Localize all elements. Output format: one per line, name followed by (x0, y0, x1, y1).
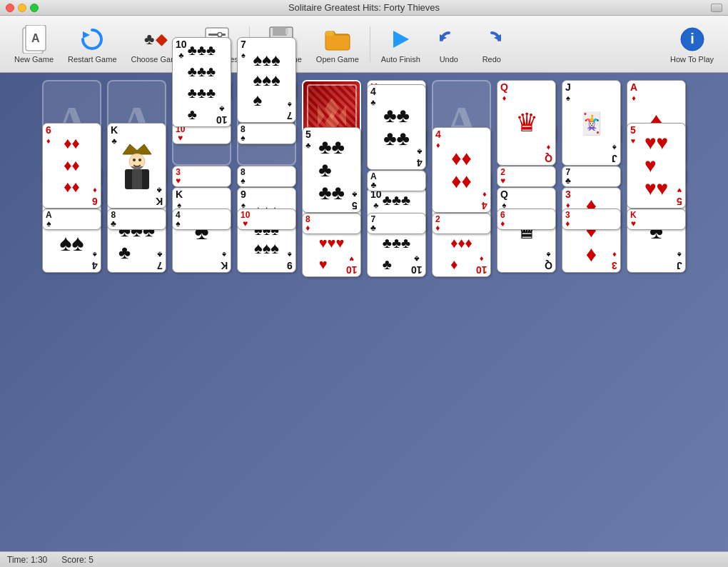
score-display: Score: 5 (61, 555, 93, 565)
card-8s-2[interactable]: 8♠ (237, 123, 296, 144)
undo-button[interactable]: Undo (428, 22, 470, 66)
card-3h[interactable]: 3♥ (172, 166, 231, 187)
redo-icon (477, 25, 506, 54)
svg-rect-14 (273, 27, 287, 36)
card-2h[interactable]: 2♥ (497, 166, 556, 187)
redo-button[interactable]: Redo (470, 22, 513, 66)
auto-finish-icon (386, 25, 415, 54)
toolbar-separator-2 (370, 26, 370, 62)
svg-rect-17 (325, 34, 350, 50)
tableau-col-6[interactable]: 10♣ ♣♣♣♣♣♣♣♣♣♣ 10♣ 7♣ A♣ 4♣ 4♣ ♣♣♣♣ 4♣ (367, 187, 426, 544)
svg-rect-7 (208, 34, 226, 36)
card-7c-2[interactable]: 7♣ (367, 213, 426, 234)
card-10c[interactable]: 10♣ ♣♣♣♣♣♣♣♣♣♣ 10♣ (172, 37, 231, 127)
undo-label: Undo (440, 55, 458, 64)
card-6d-2[interactable]: 6♦ (497, 209, 556, 230)
card-qs[interactable]: Q♠ ♛ Q♠ (497, 187, 556, 273)
time-display: Time: 1:30 (7, 555, 47, 565)
how-to-play-label: How To Play (670, 55, 714, 64)
svg-text:i: i (690, 31, 694, 46)
svg-text:A: A (31, 32, 40, 44)
tableau-col-7[interactable]: 10♦ ♦♦♦♦♦♦♦♦♦♦ 10♦ 2♦ 4♦ 4♦ ♦♦♦♦ 4♦ (432, 187, 491, 544)
card-kc[interactable]: K♣ K♣ (107, 123, 166, 209)
svg-text:◆: ◆ (156, 30, 168, 48)
tableau-row: 4♠ ♠♠♠♠ 4♠ A♠ 9♦ 6♦ ♦♦♦♦♦♦ 6♦ 7♣ ♣♣♣♣♣♣♣… (7, 187, 721, 544)
how-to-play-icon: i (678, 25, 707, 54)
undo-icon (435, 25, 463, 54)
how-to-play-button[interactable]: i How To Play (663, 22, 721, 66)
card-4c-2[interactable]: 4♣ ♣♣♣♣ 4♣ (367, 84, 426, 170)
tableau-col-9[interactable]: 3♦ ♦♦♦ 3♦ 3♦ 7♣ Q♠ J♠ 🃏 J♠ (562, 187, 621, 544)
auto-finish-label: Auto Finish (381, 55, 420, 64)
window-resize-button[interactable] (711, 4, 722, 12)
svg-rect-42 (132, 169, 142, 189)
window-title: Solitaire Greatest Hits: Forty Thieves (288, 2, 440, 13)
svg-marker-29 (339, 105, 346, 126)
tableau-col-1[interactable]: 4♠ ♠♠♠♠ 4♠ A♠ 9♦ 6♦ ♦♦♦♦♦♦ 6♦ (42, 187, 101, 544)
tableau-col-5[interactable]: 10♥ ♥♥♥♥♥♥♥♥♥♥ 10♥ 8♦ 5♣ 5♣ ♣♣♣♣♣ 5♣ (302, 187, 361, 544)
auto-finish-button[interactable]: Auto Finish (374, 22, 428, 66)
new-game-label: New Game (14, 55, 54, 64)
new-game-icon: A (20, 25, 49, 54)
tableau-col-10[interactable]: J♠ ♠ J♠ K♥ 5♥ 5♥ ♥♥♥♥♥ 5♥ (627, 187, 686, 544)
tableau-col-4[interactable]: 9♠ ♠♠♠♠♠♠♠♠♠ 9♠ 10♥ 8♠ 8♠ 7♠ 7♠ ♠♠♠♠♠♠♠ … (237, 187, 296, 544)
card-7s-2[interactable]: 7♠ ♠♠♠♠♠♠♠ 7♠ (237, 37, 296, 123)
restart-game-button[interactable]: Restart Game (61, 22, 123, 66)
svg-marker-39 (123, 144, 151, 154)
card-js[interactable]: J♠ 🃏 J♠ (562, 80, 621, 166)
tableau-col-8[interactable]: Q♠ ♛ Q♠ 6♦ 2♥ Q♦ Q♦ ♛ Q♦ (497, 187, 556, 544)
card-qd-2[interactable]: Q♦ ♛ Q♦ (497, 80, 556, 166)
toolbar: A New Game Restart Game ♣ ◆ Choose Game (0, 16, 728, 73)
traffic-lights[interactable] (6, 4, 39, 12)
card-as[interactable]: A♠ (42, 209, 101, 230)
tableau-col-3[interactable]: K♠ ♠ K♠ 4♠ 3♥ 10♥ 10♥ 10♣ ♣♣♣♣♣♣♣♣♣♣ 10♣ (172, 187, 231, 544)
maximize-button[interactable] (30, 4, 39, 12)
card-10h-3[interactable]: 10♥ (237, 209, 296, 230)
svg-rect-16 (285, 29, 288, 34)
card-5c-2[interactable]: 5♣ ♣♣♣♣♣ 5♣ (302, 127, 361, 213)
restart-game-label: Restart Game (68, 55, 116, 64)
title-bar: Solitaire Greatest Hits: Forty Thieves (0, 0, 728, 16)
card-4s-2[interactable]: 4♠ (172, 209, 231, 230)
card-8c[interactable]: 8♣ (107, 209, 166, 230)
card-6d[interactable]: 6♦ ♦♦♦♦♦♦ 6♦ (42, 123, 101, 209)
card-9s[interactable]: 9♠ ♠♠♠♠♠♠♠♠♠ 9♠ (237, 187, 296, 273)
card-ac[interactable]: A♣ (367, 170, 426, 191)
card-5h-2[interactable]: 5♥ ♥♥♥♥♥ 5♥ (627, 123, 686, 209)
status-bar: Time: 1:30 Score: 5 (0, 551, 728, 567)
open-game-button[interactable]: Open Game (309, 22, 366, 66)
choose-game-icon: ♣ ◆ (142, 25, 171, 54)
tableau-col-2[interactable]: 7♣ ♣♣♣♣♣♣♣ 7♣ 8♣ 6♣ K♣ (107, 187, 166, 544)
svg-marker-28 (318, 105, 325, 126)
card-3d[interactable]: 3♦ ♦♦♦ 3♦ (562, 187, 621, 273)
card-7c-3[interactable]: 7♣ (562, 166, 621, 187)
svg-point-44 (138, 159, 141, 161)
svg-marker-3 (83, 31, 90, 39)
svg-text:♣: ♣ (144, 30, 154, 48)
card-4d-2[interactable]: 4♦ ♦♦♦♦ 4♦ (432, 127, 491, 213)
restart-game-icon (78, 25, 106, 54)
close-button[interactable] (6, 4, 14, 12)
card-8d[interactable]: 8♦ (302, 213, 361, 234)
redo-label: Redo (482, 55, 501, 64)
card-8s[interactable]: 8♠ (237, 166, 296, 187)
game-area: A A A A (0, 73, 728, 551)
card-2d[interactable]: 2♦ (432, 213, 491, 234)
svg-rect-18 (325, 31, 334, 36)
card-kh[interactable]: K♥ (627, 209, 686, 230)
minimize-button[interactable] (18, 4, 26, 12)
card-3d-2[interactable]: 3♦ (562, 209, 621, 230)
open-game-label: Open Game (316, 55, 359, 64)
open-game-icon (323, 25, 352, 54)
new-game-button[interactable]: A New Game (7, 22, 61, 66)
svg-point-10 (218, 32, 222, 36)
svg-marker-19 (393, 31, 409, 48)
card-ks[interactable]: K♠ ♠ K♠ (172, 187, 231, 273)
svg-point-43 (133, 159, 136, 161)
